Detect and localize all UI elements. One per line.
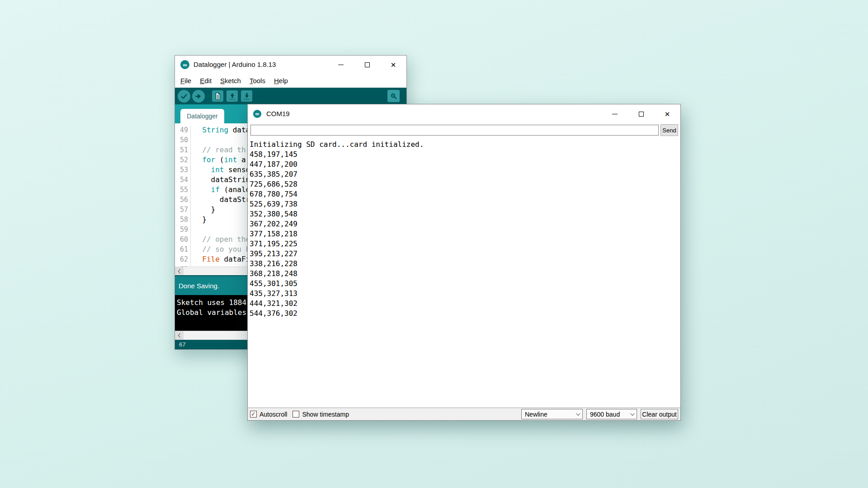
new-sketch-button[interactable] [212,90,223,102]
chevron-down-icon [576,411,580,416]
ide-minimize-button[interactable] [328,56,354,74]
ide-window-title: Datalogger | Arduino 1.8.13 [193,56,276,74]
serial-output-line: 368,218,248 [250,269,680,279]
serial-output-line: 544,376,302 [250,309,680,319]
clear-output-button[interactable]: Clear output [641,409,678,419]
serial-output-line: 525,639,738 [250,199,680,209]
line-number: 62 [175,254,191,264]
status-message: Done Saving. [179,282,219,290]
chevron-down-icon [630,411,635,416]
tab-datalogger[interactable]: Datalogger [180,109,224,123]
serial-monitor-button[interactable] [387,90,400,102]
line-number: 57 [175,205,191,215]
serial-output-line: 678,780,754 [250,189,680,199]
open-button[interactable] [226,90,238,102]
autoscroll-checkbox[interactable]: ✓ [250,411,257,418]
serial-input-row: Send [248,123,680,138]
scroll-left-button[interactable] [175,267,184,275]
line-ending-dropdown[interactable]: Newline [521,409,583,419]
line-number: 60 [175,235,191,244]
close-icon: ✕ [665,111,670,117]
arduino-app-icon: ∞ [253,110,261,118]
serial-output-line: 367,202,249 [250,219,680,229]
serial-bottom-bar: ✓ Autoscroll Show timestamp Newline 9600… [248,408,680,420]
upload-icon [194,92,203,100]
line-number: 53 [175,165,191,175]
check-icon: ✓ [251,411,256,417]
serial-minimize-button[interactable] [602,104,628,123]
autoscroll-label: Autoscroll [259,411,287,418]
menu-help[interactable]: Help [274,77,288,84]
ide-toolbar [175,88,406,104]
new-sketch-icon [214,92,222,100]
serial-output-line: 371,195,225 [250,239,680,249]
serial-output-line: 458,197,145 [250,150,680,160]
ide-menubar: FileEditSketchToolsHelp [175,74,406,88]
serial-output-line: Initializing SD card...card initialized. [250,140,680,150]
line-number: 58 [175,215,191,225]
serial-output-area[interactable]: Initializing SD card...card initialized.… [248,138,680,408]
serial-monitor-window: ∞ COM19 ✕ Send Initializing SD card...ca… [247,104,681,421]
maximize-icon [365,62,370,67]
line-ending-value: Newline [525,411,576,418]
minimize-icon [612,114,618,114]
line-number: 61 [175,244,191,254]
upload-button[interactable] [192,90,205,103]
serial-send-input[interactable] [250,125,659,136]
serial-monitor-icon [390,92,398,100]
serial-output-line: 444,321,302 [250,299,680,309]
cursor-line-indicator: 67 [179,341,185,348]
serial-output-line: 352,380,548 [250,209,680,219]
save-button[interactable] [241,90,252,102]
serial-window-title: COM19 [266,104,290,123]
serial-output-line: 435,327,313 [250,289,680,299]
line-number: 54 [175,175,191,185]
line-number: 56 [175,195,191,205]
serial-maximize-button[interactable] [628,104,654,123]
close-icon: ✕ [391,61,396,68]
save-icon [243,92,251,100]
maximize-icon [639,112,644,117]
serial-output-line: 395,213,227 [250,249,680,259]
minimize-icon [338,65,344,65]
verify-button[interactable] [178,90,190,103]
ide-close-button[interactable]: ✕ [380,56,406,74]
desktop-background: ∞ Datalogger | Arduino 1.8.13 ✕ FileEdit… [0,0,868,488]
chevron-left-icon [178,333,182,338]
serial-output-line: 635,385,207 [250,169,680,179]
arduino-app-icon: ∞ [180,60,189,69]
menu-tools[interactable]: Tools [250,77,265,84]
scroll-left-button[interactable] [175,331,184,340]
serial-output-line: 455,301,305 [250,279,680,289]
serial-output-line: 377,158,218 [250,229,680,239]
serial-output-line: 447,187,200 [250,160,680,169]
show-timestamp-checkbox[interactable] [292,411,299,418]
serial-close-button[interactable]: ✕ [654,104,680,123]
send-button[interactable]: Send [660,124,678,136]
line-number: 55 [175,185,191,195]
verify-icon [180,92,188,100]
line-number: 49 [175,125,191,135]
baud-rate-value: 9600 baud [590,411,630,418]
menu-sketch[interactable]: Sketch [220,77,241,84]
open-icon [228,92,236,100]
baud-rate-dropdown[interactable]: 9600 baud [586,409,637,419]
menu-file[interactable]: File [180,77,191,84]
line-number: 52 [175,155,191,165]
menu-edit[interactable]: Edit [200,77,212,84]
serial-output-line: 725,686,528 [250,179,680,189]
ide-maximize-button[interactable] [354,56,380,74]
ide-titlebar[interactable]: ∞ Datalogger | Arduino 1.8.13 ✕ [175,56,406,74]
line-number: 51 [175,145,191,155]
line-number: 63 [175,264,191,267]
chevron-left-icon [178,269,182,273]
line-number: 50 [175,135,191,145]
show-timestamp-label: Show timestamp [302,411,349,418]
line-number: 59 [175,225,191,235]
serial-titlebar[interactable]: ∞ COM19 ✕ [248,104,680,123]
serial-output-line: 338,216,228 [250,259,680,269]
